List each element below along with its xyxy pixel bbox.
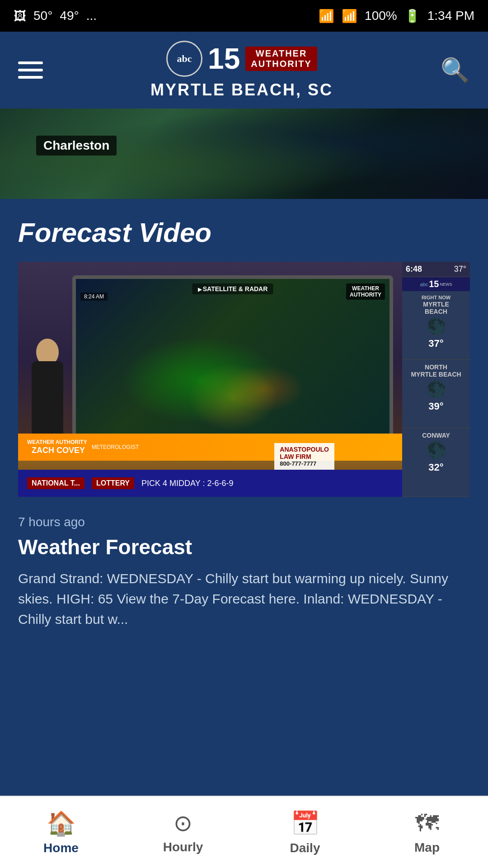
panel-location-0: MYRTLEBEACH [423, 301, 449, 315]
charleston-label: Charleston [36, 136, 117, 156]
ad-phone: 800-777-7777 [280, 460, 329, 467]
weather-authority-badge: WEATHER AUTHORITY [245, 47, 317, 71]
temp-display: 50° [33, 9, 52, 23]
map-section: Charleston [0, 108, 488, 199]
abc-logo: abc [166, 41, 202, 77]
nav-home-label: Home [43, 841, 79, 855]
video-main: ▶ SATELLITE & RADAR WEATHERAUTHORITY 8:2… [18, 262, 402, 497]
video-timestamp: 8:24 AM [80, 292, 108, 301]
search-button[interactable]: 🔍 [441, 57, 470, 84]
panel-temp-0: 37° [428, 338, 443, 349]
wifi-icon: 📶 [319, 9, 334, 24]
article-time: 7 hours ago [18, 515, 470, 529]
signal-icon: 📶 [342, 9, 357, 24]
nav-map[interactable]: 🗺 Map [366, 797, 488, 868]
panel-location-1: NORTHMYRTLE BEACH [411, 363, 461, 378]
sidebar-channel-logo: abc 15 NEWS [402, 277, 470, 291]
article-title[interactable]: Weather Forecast [18, 535, 470, 559]
nav-home[interactable]: 🏠 Home [0, 797, 122, 868]
logo-area: abc 15 WEATHER AUTHORITY MYRTLE BEACH, S… [150, 41, 333, 99]
nav-map-label: Map [414, 840, 440, 855]
wa-overlay: WEATHERAUTHORITY [346, 283, 385, 300]
weather-panel-0: RIGHT NOW MYRTLEBEACH 🌑 37° [402, 291, 470, 360]
panel-icon-2: 🌑 [426, 441, 446, 460]
more-icon: ... [86, 9, 97, 23]
ticker-bar: NATIONAL T... LOTTERY PICK 4 MIDDAY : 2-… [18, 470, 402, 497]
law-firm-name: ANASTOPOULO LAW FIRM [280, 446, 329, 460]
channel-number: 15 [208, 44, 240, 73]
battery-label: 100% [365, 9, 397, 23]
sidebar-temp: 37° [454, 264, 466, 274]
forecast-section: Forecast Video ▶ SATELLITE & RADAR WEATH… [0, 199, 488, 497]
video-sidebar: 6:48 37° abc 15 NEWS RIGHT NOW MYRTLEBEA… [402, 262, 470, 497]
sidebar-time: 6:48 [406, 264, 422, 274]
sidebar-channel-num: 15 [429, 279, 439, 289]
status-right: 📶 📶 100% 🔋 1:34 PM [319, 9, 474, 24]
daily-icon: 📅 [291, 810, 320, 837]
ticker-label: LOTTERY [92, 477, 134, 489]
temp-display2: 49° [60, 9, 79, 23]
bottom-nav: 🏠 Home ⊙ Hourly 📅 Daily 🗺 Map [0, 796, 488, 868]
tv-screen: ▶ SATELLITE & RADAR WEATHERAUTHORITY 8:2… [72, 275, 393, 452]
map-icon: 🗺 [415, 810, 439, 837]
menu-button[interactable] [18, 61, 43, 79]
hourly-icon: ⊙ [174, 810, 192, 836]
forecast-title: Forecast Video [18, 217, 470, 248]
panel-location-2: CONWAY [422, 432, 450, 439]
nav-hourly-label: Hourly [163, 840, 203, 854]
home-icon: 🏠 [47, 810, 76, 837]
sidebar-top-bar: 6:48 37° [402, 262, 470, 277]
badge-wa-label: WEATHER AUTHORITY [27, 439, 87, 445]
panel-temp-2: 32° [428, 462, 443, 473]
ticker-text: PICK 4 MIDDAY : 2-6-6-9 [141, 479, 233, 488]
panel-temp-1: 39° [428, 401, 443, 412]
article-body: Grand Strand: WEDNESDAY - Chilly start b… [18, 568, 470, 629]
meteorologist-title: METEOROLOGIST [92, 444, 139, 450]
article-section: 7 hours ago Weather Forecast Grand Stran… [0, 497, 488, 643]
ad-overlay: ANASTOPOULO LAW FIRM 800-777-7777 [274, 443, 334, 470]
nav-hourly[interactable]: ⊙ Hourly [122, 797, 244, 868]
meteorologist-badge: WEATHER AUTHORITY ZACH COVEY METEOROLOGI… [18, 434, 402, 461]
meteorologist-name: ZACH COVEY [32, 446, 87, 455]
location-label: MYRTLE BEACH, SC [150, 80, 333, 99]
nav-daily[interactable]: 📅 Daily [244, 797, 366, 868]
panel-icon-1: 🌑 [426, 380, 446, 399]
video-player[interactable]: ▶ SATELLITE & RADAR WEATHERAUTHORITY 8:2… [18, 262, 470, 497]
photo-icon: 🖼 [14, 9, 26, 24]
header: abc 15 WEATHER AUTHORITY MYRTLE BEACH, S… [0, 32, 488, 108]
battery-icon: 🔋 [404, 9, 420, 24]
panel-icon-0: 🌑 [426, 317, 446, 336]
national-label: NATIONAL T... [27, 477, 84, 489]
status-bar: 🖼 50° 49° ... 📶 📶 100% 🔋 1:34 PM [0, 0, 488, 32]
weather-panel-2: CONWAY 🌑 32° [402, 428, 470, 497]
weather-panel-1: NORTHMYRTLE BEACH 🌑 39° [402, 360, 470, 429]
status-left: 🖼 50° 49° ... [14, 9, 97, 24]
satellite-label: ▶ SATELLITE & RADAR [192, 283, 273, 294]
time-display: 1:34 PM [427, 9, 474, 23]
nav-daily-label: Daily [290, 841, 320, 855]
